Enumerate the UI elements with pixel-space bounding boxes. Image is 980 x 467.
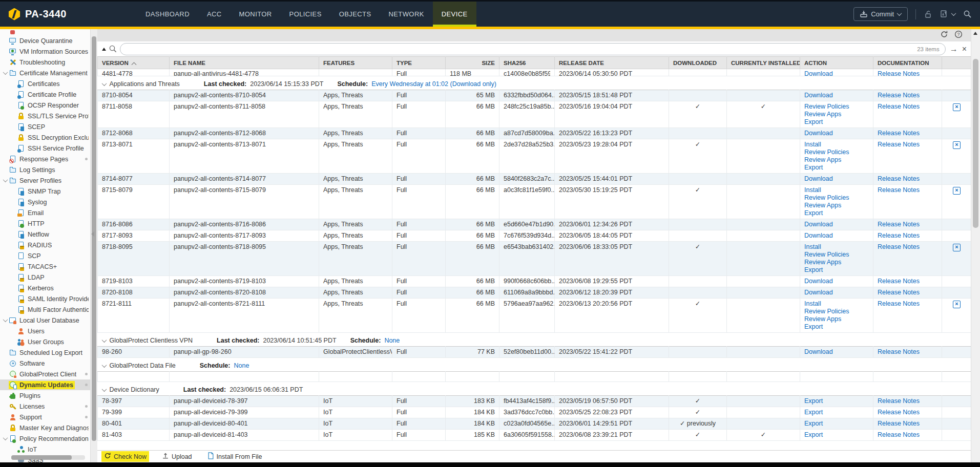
export-link[interactable]: Export — [804, 431, 869, 439]
sidebar-scrollbar[interactable] — [90, 29, 97, 462]
table-row-8718-8095[interactable]: 8718-8095panupv2-all-contents-8718-8095A… — [98, 242, 971, 276]
apply-filter-icon[interactable]: → — [950, 45, 958, 53]
table-row-8717-8093[interactable]: 8717-8093panupv2-all-contents-8717-8093A… — [98, 230, 971, 242]
table-row-8712-8068[interactable]: 8712-8068panupv2-all-contents-8712-8068A… — [98, 128, 971, 139]
sidebar-item-syslog[interactable]: Syslog — [0, 197, 90, 207]
release-notes-link[interactable]: Release Notes — [878, 175, 937, 183]
check-now-button[interactable]: Check Now — [101, 451, 149, 462]
refresh-icon[interactable] — [940, 30, 948, 40]
section-collapse-icon[interactable] — [101, 387, 107, 392]
column-header-file-name[interactable]: FILE NAME — [170, 57, 319, 69]
delete-update-icon[interactable]: × — [953, 103, 961, 111]
download-link[interactable]: Download — [804, 70, 833, 76]
nav-tab-acc[interactable]: ACC — [198, 2, 231, 27]
sidebar-item-ssl-tls-service-profile[interactable]: SSL/TLS Service Profile — [0, 111, 90, 121]
export-link[interactable]: Export — [804, 118, 869, 126]
table-row-8716-8086[interactable]: 8716-8086panupv2-all-contents-8716-8086A… — [98, 219, 971, 230]
sidebar-item-tacacs[interactable]: TACACS+ — [0, 261, 90, 272]
export-link[interactable]: Export — [804, 409, 869, 416]
table-row-4481-4778[interactable]: 4481-4778panup-all-antivirus-4481-4778Fu… — [98, 69, 971, 76]
schedule-link[interactable]: None — [384, 337, 400, 345]
table-row-8711-8058[interactable]: 8711-8058panupv2-all-contents-8711-8058A… — [98, 101, 971, 128]
download-link[interactable]: Download — [804, 348, 869, 356]
sidebar-hscrollbar-thumb[interactable] — [11, 455, 72, 460]
table-row-8715-8079[interactable]: 8715-8079panupv2-all-contents-8715-8079A… — [98, 185, 971, 219]
table-row-80-401[interactable]: 80-401panup-all-deviceid-80-401IoTFull18… — [98, 418, 971, 430]
collapse-icon[interactable] — [3, 177, 8, 182]
nav-tab-monitor[interactable]: MONITOR — [231, 2, 281, 27]
review-apps-link[interactable]: Review Apps — [804, 156, 869, 164]
sidebar-item-support[interactable]: Support — [0, 412, 90, 422]
install-link[interactable]: Install — [804, 186, 869, 194]
review-apps-link[interactable]: Review Apps — [804, 111, 869, 118]
release-notes-link[interactable]: Release Notes — [878, 300, 937, 308]
sidebar-item-ocsp-responder[interactable]: OCSP Responder — [0, 100, 90, 111]
sidebar-item-server-profiles[interactable]: Server Profiles — [0, 175, 90, 186]
export-link[interactable]: Export — [804, 266, 869, 274]
table-row-8719-8103[interactable]: 8719-8103panupv2-all-contents-8719-8103A… — [98, 276, 971, 287]
delete-update-icon[interactable]: × — [953, 301, 961, 308]
sidebar-item-local-user-database[interactable]: Local User Database — [0, 315, 90, 326]
release-notes-link[interactable]: Release Notes — [878, 409, 937, 416]
nav-tab-network[interactable]: NETWORK — [380, 2, 433, 27]
export-link[interactable]: Export — [804, 323, 869, 331]
review-policies-link[interactable]: Review Policies — [804, 251, 869, 259]
export-link[interactable]: Export — [804, 420, 869, 428]
download-link[interactable]: Download — [804, 92, 869, 99]
sidebar-item-master-key-and-diagnostics[interactable]: Master Key and Diagnostics — [0, 422, 90, 433]
column-header-downloaded[interactable]: DOWNLOADED — [669, 57, 727, 69]
export-link[interactable]: Export — [804, 164, 869, 172]
delete-update-icon[interactable]: × — [953, 244, 961, 251]
review-apps-link[interactable]: Review Apps — [804, 315, 869, 323]
scroll-up-icon[interactable] — [973, 32, 977, 35]
install-link[interactable]: Install — [804, 243, 869, 251]
download-link[interactable]: Download — [804, 289, 869, 296]
nav-tab-device[interactable]: DEVICE — [433, 2, 476, 27]
sidebar-horizontal-scrollbar[interactable] — [11, 455, 85, 460]
review-policies-link[interactable]: Review Policies — [804, 194, 869, 202]
release-notes-link[interactable]: Release Notes — [878, 186, 937, 194]
search-input[interactable] — [126, 45, 917, 53]
column-header-sha256[interactable]: SHA256 — [499, 57, 555, 69]
section-collapse-icon[interactable] — [101, 337, 107, 343]
column-header-features[interactable]: FEATURES — [319, 57, 392, 69]
sidebar-item-email[interactable]: Email — [0, 207, 90, 218]
column-header-type[interactable]: TYPE — [392, 57, 446, 69]
clear-filter-icon[interactable]: × — [962, 45, 967, 53]
release-notes-link[interactable]: Release Notes — [878, 70, 920, 76]
release-notes-link[interactable]: Release Notes — [878, 243, 937, 251]
release-notes-link[interactable]: Release Notes — [878, 130, 937, 137]
sidebar-item-plugins[interactable]: Plugins — [0, 390, 90, 401]
sidebar-item-netflow[interactable]: Netflow — [0, 229, 90, 240]
column-header-action[interactable]: ACTION — [800, 57, 873, 69]
nav-tab-dashboard[interactable]: DASHBOARD — [137, 2, 198, 27]
sidebar-item-multi-factor-authentica[interactable]: Multi Factor Authentica — [0, 304, 90, 315]
sidebar-item-kerberos[interactable]: Kerberos — [0, 283, 90, 293]
table-row-78-397[interactable]: 78-397panup-all-deviceid-78-397IoTFull18… — [98, 396, 971, 407]
sidebar-item-snmp-trap[interactable]: SNMP Trap — [0, 186, 90, 197]
table-row-81-403[interactable]: 81-403panup-all-deviceid-81-403IoTFull18… — [98, 430, 971, 441]
collapse-icon[interactable] — [3, 70, 8, 75]
upload-button[interactable]: Upload — [159, 451, 195, 462]
download-link[interactable]: Download — [804, 175, 869, 183]
download-link[interactable]: Download — [804, 232, 869, 240]
section-collapse-icon[interactable] — [101, 81, 107, 86]
sidebar-resize-icon[interactable] — [102, 48, 106, 51]
release-notes-link[interactable]: Release Notes — [878, 289, 937, 296]
release-notes-link[interactable]: Release Notes — [878, 420, 937, 428]
sidebar-item-scheduled-log-export[interactable]: Scheduled Log Export — [0, 347, 90, 358]
schedule-link[interactable]: None — [234, 362, 249, 370]
release-notes-link[interactable]: Release Notes — [878, 397, 937, 405]
sidebar-item-log-settings[interactable]: Log Settings — [0, 164, 90, 175]
commit-button[interactable]: Commit — [853, 7, 908, 21]
sidebar-item-radius[interactable]: RADIUS — [0, 240, 90, 250]
section-collapse-icon[interactable] — [101, 363, 107, 368]
sidebar-item-dynamic-updates[interactable]: Dynamic Updates — [0, 379, 90, 390]
collapse-icon[interactable] — [3, 435, 8, 440]
download-link[interactable]: Download — [804, 221, 869, 228]
sidebar-item-licenses[interactable]: Licenses — [0, 401, 90, 412]
sidebar-item-iot[interactable]: IoT — [0, 444, 90, 455]
sidebar-item-globalprotect-client[interactable]: GlobalProtect Client — [0, 369, 90, 379]
column-header-currently-installed[interactable]: CURRENTLY INSTALLED — [727, 57, 800, 69]
install-link[interactable]: Install — [804, 300, 869, 308]
